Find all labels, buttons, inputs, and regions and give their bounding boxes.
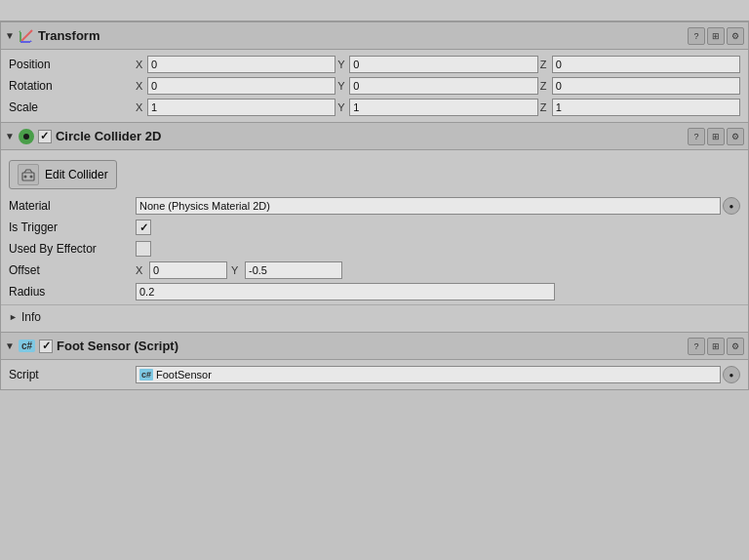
- used-by-effector-checkbox[interactable]: [136, 241, 151, 257]
- rotation-z-label: Z: [540, 80, 550, 92]
- transform-header: ▼ Transform ? ⊞ ⚙: [1, 22, 748, 50]
- scale-y-label: Y: [337, 101, 347, 113]
- edit-collider-label: Edit Collider: [45, 168, 108, 181]
- offset-x-label: X: [136, 264, 145, 276]
- info-row[interactable]: ► Info: [1, 304, 748, 328]
- transform-help-btn[interactable]: ?: [688, 27, 705, 45]
- rotation-z-input[interactable]: [552, 77, 740, 95]
- position-label: Position: [9, 58, 136, 71]
- edit-collider-icon: [18, 164, 39, 185]
- position-y-input[interactable]: [349, 56, 537, 73]
- info-arrow: ►: [9, 312, 18, 322]
- scale-z-item: Z: [540, 99, 740, 116]
- foot-sensor-cs-badge: c#: [19, 340, 35, 352]
- offset-row: Offset X Y: [1, 260, 748, 281]
- scale-x-input[interactable]: [147, 99, 335, 116]
- circle-collider-gear-btn[interactable]: ⚙: [727, 128, 744, 145]
- circle-collider-collapse-arrow[interactable]: ▼: [5, 131, 15, 141]
- scale-z-label: Z: [540, 101, 550, 113]
- rotation-y-label: Y: [337, 80, 347, 92]
- rotation-y-input[interactable]: [349, 77, 537, 95]
- position-z-item: Z: [540, 56, 740, 73]
- circle-collider-icon-inner: [23, 134, 29, 140]
- svg-marker-4: [19, 30, 20, 32]
- scale-y-input[interactable]: [349, 99, 537, 116]
- transform-body: Position X Y Z Rotation: [1, 50, 748, 122]
- svg-marker-5: [30, 40, 32, 42]
- circle-collider-help-btn[interactable]: ?: [688, 128, 705, 145]
- top-bar: [0, 0, 749, 21]
- position-y-item: Y: [337, 56, 537, 73]
- circle-collider-body: Edit Collider Material ● Is Trigger Used…: [1, 150, 748, 332]
- circle-collider-layout-btn[interactable]: ⊞: [707, 128, 725, 145]
- foot-sensor-enable-checkbox[interactable]: [39, 340, 53, 353]
- position-z-input[interactable]: [552, 56, 740, 73]
- offset-xy: X Y: [136, 261, 342, 279]
- material-input[interactable]: [136, 197, 721, 215]
- rotation-x-input[interactable]: [147, 77, 335, 95]
- edit-collider-row: Edit Collider: [1, 154, 748, 195]
- circle-collider-section: ▼ Circle Collider 2D ? ⊞ ⚙: [0, 123, 749, 333]
- script-row: Script c# FootSensor ●: [1, 364, 748, 385]
- svg-point-7: [24, 176, 27, 179]
- offset-x-input[interactable]: [149, 261, 227, 279]
- transform-gear-btn[interactable]: ⚙: [727, 27, 744, 45]
- material-select-btn[interactable]: ●: [723, 197, 740, 215]
- material-label: Material: [9, 199, 136, 213]
- edit-collider-button[interactable]: Edit Collider: [9, 160, 117, 189]
- circle-collider-title: Circle Collider 2D: [56, 129, 684, 143]
- transform-header-icons: ? ⊞ ⚙: [688, 27, 744, 45]
- info-label: Info: [21, 310, 41, 324]
- offset-label: Offset: [9, 263, 136, 277]
- foot-sensor-body: Script c# FootSensor ●: [1, 360, 748, 389]
- script-input-container[interactable]: c# FootSensor: [136, 366, 721, 383]
- position-y-label: Y: [337, 59, 347, 70]
- used-by-effector-label: Used By Effector: [9, 242, 136, 256]
- rotation-z-item: Z: [540, 77, 740, 95]
- transform-layout-btn[interactable]: ⊞: [707, 27, 725, 45]
- rotation-x-item: X: [136, 77, 335, 95]
- foot-sensor-help-btn[interactable]: ?: [688, 338, 705, 355]
- scale-x-label: X: [136, 101, 145, 113]
- scale-xyz: X Y Z: [136, 99, 740, 116]
- transform-section: ▼ Transform ? ⊞ ⚙ Position X: [0, 21, 749, 123]
- scale-label: Scale: [9, 100, 136, 114]
- position-x-item: X: [136, 56, 335, 73]
- rotation-y-item: Y: [337, 77, 537, 95]
- circle-collider-header-icons: ? ⊞ ⚙: [688, 128, 744, 145]
- transform-collapse-arrow[interactable]: ▼: [5, 30, 15, 41]
- script-label: Script: [9, 368, 136, 381]
- position-row: Position X Y Z: [1, 54, 748, 75]
- position-x-input[interactable]: [147, 56, 335, 73]
- circle-collider-header: ▼ Circle Collider 2D ? ⊞ ⚙: [1, 123, 748, 150]
- is-trigger-checkbox[interactable]: [136, 220, 151, 235]
- position-x-label: X: [136, 59, 145, 70]
- radius-input[interactable]: [136, 283, 555, 300]
- offset-y-input[interactable]: [245, 261, 342, 279]
- material-row: Material ●: [1, 195, 748, 217]
- offset-y-label: Y: [231, 264, 241, 276]
- scale-x-item: X: [136, 99, 335, 116]
- script-name: FootSensor: [156, 369, 212, 380]
- foot-sensor-gear-btn[interactable]: ⚙: [727, 338, 744, 355]
- foot-sensor-header: ▼ c# Foot Sensor (Script) ? ⊞ ⚙: [1, 333, 748, 360]
- circle-collider-icon: [19, 129, 34, 144]
- foot-sensor-layout-btn[interactable]: ⊞: [707, 338, 725, 355]
- foot-sensor-collapse-arrow[interactable]: ▼: [5, 340, 15, 351]
- scale-z-input[interactable]: [552, 99, 740, 116]
- transform-icon: [19, 28, 34, 44]
- script-select-btn[interactable]: ●: [723, 366, 740, 383]
- rotation-row: Rotation X Y Z: [1, 75, 748, 97]
- is-trigger-label: Is Trigger: [9, 220, 136, 234]
- foot-sensor-title: Foot Sensor (Script): [57, 339, 684, 353]
- transform-title: Transform: [38, 28, 684, 43]
- rotation-xyz: X Y Z: [136, 77, 740, 95]
- rotation-label: Rotation: [9, 79, 136, 93]
- circle-collider-enable-checkbox[interactable]: [38, 130, 52, 143]
- foot-sensor-header-icons: ? ⊞ ⚙: [688, 338, 744, 355]
- scale-row: Scale X Y Z: [1, 97, 748, 118]
- is-trigger-row: Is Trigger: [1, 217, 748, 238]
- scale-y-item: Y: [337, 99, 537, 116]
- rotation-x-label: X: [136, 80, 145, 92]
- radius-label: Radius: [9, 285, 136, 299]
